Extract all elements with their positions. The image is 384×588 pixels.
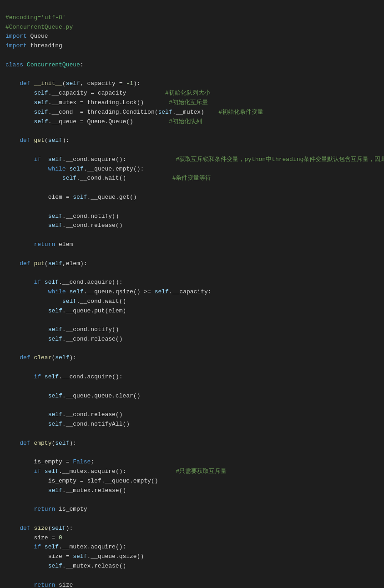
line-1: #encoding='utf-8': [5, 14, 66, 21]
class-keyword: class: [5, 61, 23, 68]
class-name: ConcurrentQueue: [27, 61, 80, 68]
import-queue: import: [5, 33, 27, 40]
def-init: def: [20, 80, 30, 87]
code-editor: #encoding='utf-8' #ConcurrentQueue.py im…: [5, 4, 379, 588]
import-threading: import: [5, 42, 27, 49]
line-2: #ConcurrentQueue.py: [5, 24, 73, 30]
